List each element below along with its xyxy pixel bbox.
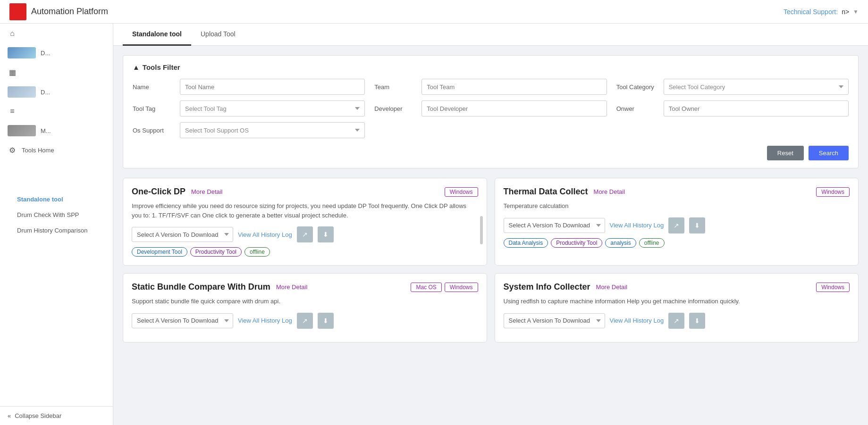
filter-label-owner: Onwer [616, 105, 659, 112]
tool-card-system-info: System Info Collecter More Detail Window… [495, 273, 859, 342]
tool-footer-4: Select A Version To Download View All Hi… [504, 313, 850, 329]
filter-input-team[interactable] [421, 79, 607, 95]
history-link-thermal[interactable]: View All History Log [610, 222, 664, 229]
filter-select-tag[interactable]: Select Tool Tag [180, 100, 365, 117]
filter-select-os[interactable]: Select Tool Support OS [180, 122, 365, 138]
wrench-icon: ⚙ [8, 146, 17, 155]
download-btn-4[interactable]: ⬇ [689, 313, 705, 329]
sidebar-image-label-2: D... [41, 89, 50, 96]
download-icon-1: ⬇ [323, 231, 329, 238]
collapse-icon: « [8, 412, 11, 419]
tag-productivity-tool-1: Productivity Tool [190, 247, 242, 257]
collapse-sidebar-button[interactable]: « Collapse Sidebar [0, 406, 113, 425]
filter-title: Tools Filter [143, 63, 180, 71]
version-select-one-click-dp[interactable]: Select A Version To Download [132, 227, 233, 242]
app-title: Automation Platform [31, 7, 108, 17]
download-icon-4: ⬇ [694, 317, 700, 325]
sidebar-image-item-1[interactable]: D... [0, 43, 113, 62]
sidebar-image-placeholder-1 [8, 47, 36, 58]
filter-select-category[interactable]: Select Tool Category [664, 79, 849, 95]
tool-more-detail-system-info[interactable]: More Detail [596, 283, 627, 291]
sidebar-item-drum-history[interactable]: Drum History Comparison [0, 223, 113, 238]
filter-label-category: Tool Category [616, 83, 659, 91]
tool-title-thermal: Thermal Data Collect [504, 187, 588, 197]
tool-os-badge-windows-1: Windows [445, 187, 478, 197]
header-right[interactable]: Technical Support: n> ▼ [784, 8, 859, 16]
header-dropdown-icon[interactable]: ▼ [853, 8, 859, 15]
tool-card-header-1: One-Click DP More Detail Windows [132, 187, 478, 197]
external-link-icon-4: ↗ [674, 317, 679, 325]
history-link-system-info[interactable]: View All History Log [610, 317, 664, 324]
download-btn-1[interactable]: ⬇ [318, 226, 334, 242]
download-btn-3[interactable]: ⬇ [318, 313, 334, 329]
filter-input-developer[interactable] [421, 100, 607, 117]
tool-footer-1: Select A Version To Download View All Hi… [132, 226, 478, 242]
sidebar-image-placeholder-3 [8, 125, 36, 136]
reset-button[interactable]: Reset [767, 146, 804, 160]
tag-data-analysis: Data Analysis [504, 238, 548, 248]
body-layout: ⌂ D... ▦ D... ≡ M... ⚙ Too [0, 24, 868, 425]
support-label: Technical Support: [784, 8, 838, 16]
tool-more-detail-one-click-dp[interactable]: More Detail [191, 188, 222, 195]
tab-upload[interactable]: Upload Tool [191, 24, 245, 46]
filter-row-owner: Onwer [616, 100, 849, 117]
filter-label-team: Team [374, 83, 417, 91]
sidebar-image-item-3[interactable]: M... [0, 121, 113, 140]
history-link-one-click-dp[interactable]: View All History Log [238, 231, 292, 238]
home-icon: ⌂ [8, 29, 17, 38]
filter-actions: Reset Search [133, 146, 849, 160]
support-value: n> [842, 8, 849, 16]
tool-os-badge-mac: Mac OS [411, 283, 441, 292]
tool-desc-system-info: Using redfish to capture machine informa… [504, 297, 850, 306]
search-button[interactable]: Search [809, 146, 849, 160]
version-select-static-bundle[interactable]: Select A Version To Download [132, 313, 233, 328]
sidebar-item-settings[interactable]: ⚙ Tools Home [0, 140, 113, 160]
tool-os-badge-windows-3: Windows [445, 283, 478, 292]
external-link-btn-3[interactable]: ↗ [297, 313, 313, 329]
sidebar-item-standalone[interactable]: Standalone tool [0, 192, 113, 207]
external-link-icon-3: ↗ [302, 317, 308, 325]
tool-footer-3: Select A Version To Download View All Hi… [132, 313, 478, 329]
external-link-icon-1: ↗ [302, 231, 308, 238]
filter-label-name: Name [133, 83, 175, 91]
tool-footer-2: Select A Version To Download View All Hi… [504, 217, 850, 233]
download-btn-2[interactable]: ⬇ [689, 217, 705, 233]
history-link-static-bundle[interactable]: View All History Log [238, 317, 292, 324]
download-icon-2: ⬇ [694, 222, 700, 229]
sidebar-item-dashboard[interactable]: ▦ [0, 62, 113, 83]
filter-input-name[interactable] [180, 79, 365, 95]
filter-header[interactable]: ▲ Tools Filter [133, 63, 849, 71]
tool-card-header-3: Static Bundle Compare With Drum More Det… [132, 282, 478, 292]
filter-label-tag: Tool Tag [133, 105, 175, 112]
tool-card-header-2: Thermal Data Collect More Detail Windows [504, 187, 850, 197]
sidebar-item-drum-check[interactable]: Drum Check With SPP [0, 207, 113, 223]
dashboard-icon: ▦ [8, 68, 17, 77]
external-link-btn-1[interactable]: ↗ [297, 226, 313, 242]
sidebar-image-label-3: M... [41, 127, 51, 134]
tag-offline-1: offline [244, 247, 270, 257]
tool-more-detail-thermal[interactable]: More Detail [594, 188, 625, 195]
tool-more-detail-static-bundle[interactable]: More Detail [276, 283, 307, 291]
external-link-btn-2[interactable]: ↗ [668, 217, 684, 233]
download-icon-3: ⬇ [323, 317, 329, 325]
content-area: ▲ Tools Filter Name Team Tool Category [113, 46, 868, 352]
sidebar-image-item-2[interactable]: D... [0, 83, 113, 101]
external-link-btn-4[interactable]: ↗ [668, 313, 684, 329]
filter-row-developer: Developer [374, 100, 607, 117]
tab-standalone[interactable]: Standalone tool [123, 24, 191, 46]
tag-productivity-tool-2: Productivity Tool [551, 238, 602, 248]
filter-row-os: Os Support Select Tool Support OS [133, 122, 365, 138]
main-content: Standalone tool Upload Tool ▲ Tools Filt… [113, 24, 868, 425]
version-select-thermal[interactable]: Select A Version To Download [504, 218, 605, 233]
tool-card-thermal: Thermal Data Collect More Detail Windows… [495, 178, 859, 266]
sidebar-item-monitor[interactable]: ≡ [0, 101, 113, 121]
tool-os-badge-windows-2: Windows [816, 187, 850, 197]
sidebar-item-home[interactable]: ⌂ [0, 24, 113, 43]
sidebar-tools-home-label: Tools Home [22, 147, 54, 154]
version-select-system-info[interactable]: Select A Version To Download [504, 313, 605, 328]
tool-title-system-info: System Info Collecter [504, 282, 590, 292]
filter-row-team: Team [374, 79, 607, 95]
tag-offline-2: offline [639, 238, 665, 248]
filter-input-owner[interactable] [664, 100, 849, 117]
tool-title-one-click-dp: One-Click DP [132, 187, 185, 197]
